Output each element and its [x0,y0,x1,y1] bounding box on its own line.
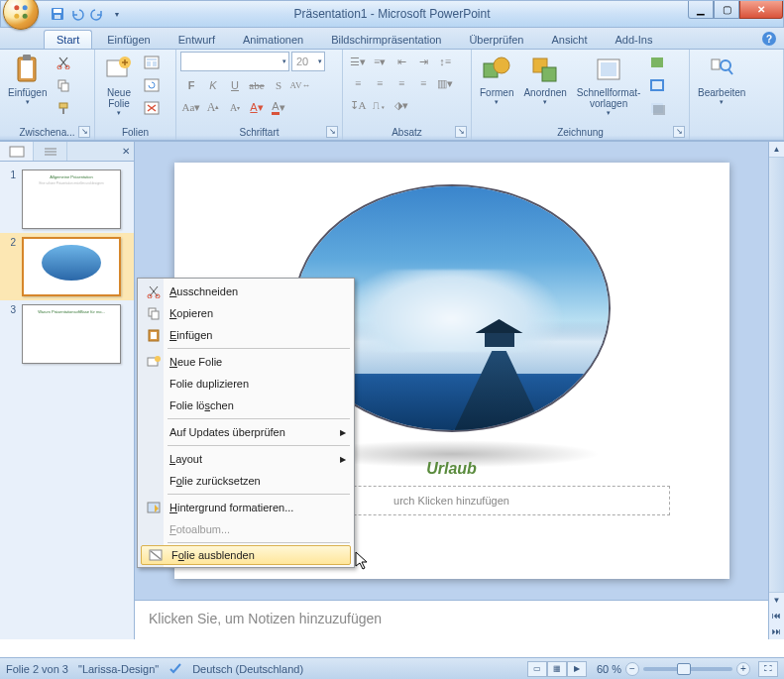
spacing-button[interactable]: AV↔ [289,75,311,95]
align-center-button[interactable]: ≡ [369,73,391,93]
vertical-scrollbar[interactable]: ▲ ▼ ⏮ ⏭ [768,142,784,639]
indent-dec-button[interactable]: ⇤ [391,52,412,71]
clipboard-dialog-icon[interactable]: ↘ [78,126,90,138]
numbering-button[interactable]: ≡▾ [369,52,391,71]
zoom-in-button[interactable]: + [736,662,750,676]
thumbnail-2[interactable]: 2 [0,233,134,300]
change-case-button[interactable]: Aa▾ [180,97,202,117]
font-color-button[interactable]: A▾ [268,97,289,117]
strike-button[interactable]: abe [246,75,268,95]
text-direction-button[interactable]: ↧A [347,95,369,115]
columns-button[interactable]: ▥▾ [434,73,456,93]
menu-paste[interactable]: Einfügen [140,324,352,346]
indent-inc-button[interactable]: ⇥ [412,52,434,71]
outline-tab[interactable] [34,142,67,161]
shape-effects-icon[interactable] [646,97,668,119]
scroll-up-icon[interactable]: ▲ [769,142,784,158]
slideshow-view-button[interactable]: ▶ [567,661,587,677]
menu-format-bg[interactable]: Hintergrund formatieren... [140,497,352,518]
svg-rect-21 [153,61,157,66]
tab-insert[interactable]: Einfügen [94,30,163,49]
menu-delete[interactable]: Folie löschen [140,395,352,416]
justify-button[interactable]: ≡ [412,73,434,93]
grow-font-button[interactable]: A▴ [202,97,224,117]
redo-icon[interactable] [88,5,106,23]
thumbnails: 1 Allgemeine PräsentationEine schöne Prä… [0,162,134,639]
zoom-out-button[interactable]: − [625,662,639,676]
menu-cut[interactable]: Ausschneiden [140,281,352,302]
office-button[interactable] [3,0,39,30]
undo-icon[interactable] [68,5,86,23]
align-right-button[interactable]: ≡ [391,73,412,93]
tab-review[interactable]: Überprüfen [456,30,536,49]
tab-view[interactable]: Ansicht [538,30,600,49]
tab-slideshow[interactable]: Bildschirmpräsentation [318,30,454,49]
shrink-font-button[interactable]: A▾ [224,97,246,117]
align-text-button[interactable]: ⎍▾ [369,95,391,115]
menu-new-slide[interactable]: Neue Folie [140,351,352,373]
spellcheck-icon[interactable] [168,661,182,677]
slides-tab[interactable] [0,142,34,161]
shapes-button[interactable]: Formen ▾ [476,52,517,108]
bold-button[interactable]: F [180,75,202,95]
close-button[interactable]: ✕ [739,1,783,19]
maximize-button[interactable]: ▢ [714,1,739,19]
shape-outline-icon[interactable] [646,74,668,96]
menu-hide-slide[interactable]: Folie ausblenden [141,545,351,565]
new-slide-button[interactable]: Neue Folie ▾ [99,52,139,119]
next-slide-icon[interactable]: ⏭ [769,623,784,639]
line-spacing-button[interactable]: ↕≡ [434,52,456,71]
menu-updates[interactable]: Auf Updates überprüfen▶ [140,421,352,443]
menu-copy[interactable]: Kopieren [140,302,352,324]
menu-layout[interactable]: Layout▶ [140,448,352,470]
editing-button[interactable]: Bearbeiten ▾ [694,52,749,108]
fit-window-button[interactable]: ⛶ [758,661,778,677]
tab-start[interactable]: Start [44,30,92,49]
menu-duplicate[interactable]: Folie duplizieren [140,373,352,395]
qat-customize-icon[interactable]: ▼ [108,5,126,23]
font-dialog-icon[interactable]: ↘ [326,126,338,138]
scroll-down-icon[interactable]: ▼ [769,592,784,608]
reset-slide-icon[interactable] [141,74,163,96]
tab-animations[interactable]: Animationen [230,30,316,49]
layout-icon[interactable] [141,52,163,73]
drawing-dialog-icon[interactable]: ↘ [673,126,685,138]
help-icon[interactable]: ? [762,32,776,46]
font-size-combo[interactable]: 20▾ [291,52,325,71]
prev-slide-icon[interactable]: ⏮ [769,608,784,623]
smartart-button[interactable]: ⬗▾ [391,95,412,115]
italic-button[interactable]: K [202,75,224,95]
shadow-button[interactable]: S [268,75,289,95]
paste-button[interactable]: Einfügen ▾ [4,52,51,108]
normal-view-button[interactable]: ▭ [527,661,547,677]
quickstyles-icon [593,54,624,85]
sorter-view-button[interactable]: ▦ [547,661,567,677]
paragraph-dialog-icon[interactable]: ↘ [455,126,467,138]
copy-icon[interactable] [53,74,74,96]
group-drawing-label: Zeichnung↘ [476,125,685,140]
delete-slide-icon[interactable] [141,97,163,119]
thumbnail-3[interactable]: 3 Warum PräsentationsoftBase für mo... [0,300,134,368]
shape-fill-icon[interactable] [646,52,668,73]
notes-pane[interactable]: Klicken Sie, um Notizen hinzuzufügen [135,600,768,639]
zoom-value[interactable]: 60 % [597,663,621,675]
status-language[interactable]: Deutsch (Deutschland) [192,663,303,675]
panel-close-icon[interactable]: ✕ [122,146,130,157]
align-left-button[interactable]: ≡ [347,73,369,93]
font-name-combo[interactable]: ▾ [180,52,289,71]
thumbnail-1[interactable]: 1 Allgemeine PräsentationEine schöne Prä… [0,166,134,233]
cut-icon[interactable] [53,52,74,73]
save-icon[interactable] [49,5,66,23]
underline-button[interactable]: U [224,75,246,95]
zoom-slider[interactable] [643,667,732,671]
arrange-button[interactable]: Anordnen ▾ [519,52,570,108]
quickstyles-button[interactable]: Schnellformat- vorlagen ▾ [573,52,644,119]
tab-addins[interactable]: Add-Ins [603,30,666,49]
clear-format-button[interactable]: A▾ [246,97,268,117]
bullets-button[interactable]: ☰▾ [347,52,369,71]
menu-reset[interactable]: Folie zurücksetzen [140,470,352,492]
tab-design[interactable]: Entwurf [166,30,228,49]
format-painter-icon[interactable] [53,97,74,119]
svg-point-3 [23,14,28,19]
minimize-button[interactable]: ▁ [688,1,714,19]
